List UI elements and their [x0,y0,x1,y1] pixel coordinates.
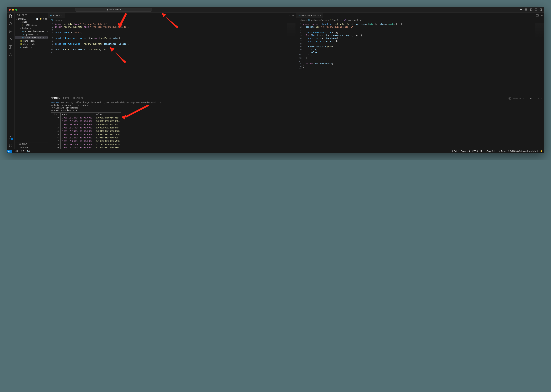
close-tab-button[interactable]: × [320,14,321,17]
svg-rect-21 [11,45,12,47]
ts-icon: TS [50,14,52,16]
svg-line-1 [107,10,108,11]
titlebar: ← → stock-market [7,7,544,13]
workspace-name: STOCK... [18,18,26,20]
search-activity[interactable] [9,22,13,26]
split-terminal-icon[interactable] [526,98,528,99]
layout-customize-icon[interactable] [525,8,527,11]
minimap[interactable] [287,23,296,38]
svg-rect-12 [540,9,542,11]
nav-back-button[interactable]: ← [67,8,69,11]
status-ports[interactable]: 📡 0 [27,150,30,152]
svg-point-16 [9,30,10,31]
command-center[interactable]: stock-market [75,8,152,12]
breadcrumbs-left[interactable]: TS main.ts › ... [48,18,296,22]
file-cleantimestamps[interactable]: TScleanTimestamps.ts [15,30,48,33]
status-eol[interactable]: LF [480,150,482,152]
svg-rect-4 [525,9,526,9]
more-editor-actions[interactable]: ⋯ [541,14,543,17]
panel-tab-terminal[interactable]: TERMINAL [51,97,60,100]
status-language[interactable]: { } TypeScript [485,150,497,152]
source-control-activity[interactable] [9,30,13,34]
svg-rect-5 [526,9,527,9]
file-deno-json[interactable]: {}deno.json [15,39,48,42]
minimap[interactable] [535,23,544,38]
terminal-dropdown-icon[interactable]: ⌄ [523,97,524,99]
explorer-activity[interactable] [9,14,13,18]
testing-activity[interactable] [9,53,13,56]
status-notifications-icon[interactable]: 🔔 [540,150,543,152]
svg-rect-7 [526,10,527,11]
refresh-icon[interactable]: ↻ [43,18,44,20]
timeline-section[interactable]: ›TIMELINE [15,146,48,149]
close-panel-icon[interactable]: × [541,98,542,99]
search-icon [106,8,108,11]
status-indentation[interactable]: Spaces: 4 [461,150,470,152]
folder-helpers[interactable]: ⌄helpers [15,27,48,30]
svg-rect-8 [530,9,532,11]
file-deno-lock[interactable]: {}deno.lock [15,42,48,46]
file-main-ts[interactable]: TSmain.ts [15,46,48,49]
run-code-icon[interactable]: ▷ [289,14,290,17]
status-cursor-position[interactable]: Ln 16, Col 2 [448,150,459,152]
explorer-more-button[interactable]: ⋯ [44,14,46,16]
code-editor-left[interactable]: 1234567891011 import getData from "./hel… [48,22,296,96]
outline-section[interactable]: ›OUTLINE [15,142,48,146]
close-tab-button[interactable]: × [61,14,63,17]
run-debug-activity[interactable] [9,37,13,41]
folder-data[interactable]: ⌄data [15,20,48,23]
remote-indicator[interactable] [7,150,12,153]
svg-rect-6 [525,10,526,11]
file-restructuredata[interactable]: TSrestructureData.ts [15,36,48,39]
copilot-icon[interactable] [520,8,522,11]
more-editor-actions[interactable]: ⋯ [292,14,295,17]
maximize-window-button[interactable] [15,9,17,11]
workspace-root[interactable]: ⌄ STOCK... 📄 📁 ↻ ⊟ [15,17,48,20]
svg-point-0 [106,9,107,10]
panel-tab-comments[interactable]: COMMENTS [73,97,83,100]
status-deno[interactable]: ⊚ Deno 2.1.9+28834a8 (Upgrade available) [499,150,538,152]
status-bar: ⓧ 0 ⚠ 0 📡 0 Ln 16, Col 2 Spaces: 4 UTF-8… [7,149,544,153]
svg-point-3 [521,9,522,10]
layout-panel-icon[interactable] [535,8,537,11]
layout-sidebar-right-icon[interactable] [540,8,542,11]
accounts-badge: 1 [11,138,13,140]
terminal-task-label[interactable]: deno [513,98,517,99]
panel-tab-ports[interactable]: PORTS [63,97,70,100]
extensions-activity[interactable] [9,45,13,49]
settings-activity[interactable] [9,143,13,147]
bottom-panel: TERMINAL PORTS COMMENTS >_ deno + ⌄ 🗑 ⋯ … [48,96,544,149]
layout-sidebar-left-icon[interactable] [530,8,532,11]
breadcrumbs-right[interactable]: helpers› TSrestructureData.ts› {}TypeScr… [296,18,544,22]
svg-marker-19 [10,38,12,41]
kill-terminal-icon[interactable]: 🗑 [530,98,532,99]
accounts-activity[interactable]: 1 [9,136,13,140]
svg-rect-10 [535,9,537,11]
svg-point-24 [10,145,11,146]
nav-forward-button[interactable]: → [71,8,73,11]
status-encoding[interactable]: UTF-8 [472,150,478,152]
status-warnings[interactable]: ⚠ 0 [21,150,24,152]
new-terminal-button[interactable]: + [520,98,521,99]
tab-restructuredata[interactable]: TS restructureData.ts × [296,13,323,18]
editor-pane-left: TS main.ts × ▷ ⋯ TS main.ts › ... [48,13,296,96]
file-aapl-json[interactable]: {}AAPL.json [15,23,48,27]
status-errors[interactable]: ⓧ 0 [15,150,18,153]
split-editor-icon[interactable] [536,14,538,16]
maximize-panel-icon[interactable]: ^ [538,98,538,99]
collapse-icon[interactable]: ⊟ [45,18,47,20]
panel-more-icon[interactable]: ⋯ [534,97,536,99]
close-window-button[interactable] [9,9,11,11]
file-getdata[interactable]: TSgetData.ts [15,33,48,36]
new-file-icon[interactable]: 📄 [36,18,38,20]
editor-pane-right: TS restructureData.ts × ⋯ helpers› TSres… [296,13,544,96]
tab-main-ts[interactable]: TS main.ts × [48,13,65,18]
search-text: stock-market [109,8,121,11]
terminal-output[interactable]: Watcher Restarting! File change detected… [48,100,544,149]
nav-arrows: ← → [67,8,73,11]
code-editor-right[interactable]: 1234567891011121314151617 export default… [296,22,544,96]
activity-bar: 1 [7,13,15,149]
minimize-window-button[interactable] [12,9,14,11]
new-folder-icon[interactable]: 📁 [39,18,42,20]
window-controls [9,9,17,11]
